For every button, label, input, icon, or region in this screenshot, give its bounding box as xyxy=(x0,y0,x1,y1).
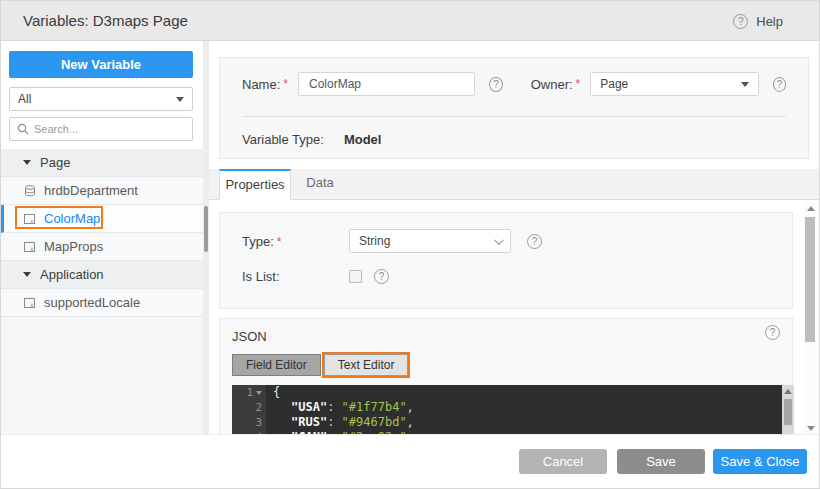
owner-dropdown[interactable]: Page xyxy=(590,72,758,96)
text-editor-button[interactable]: Text Editor xyxy=(324,354,409,376)
json-header: JSON ? xyxy=(220,319,792,345)
database-icon xyxy=(23,184,37,198)
tab-bar: Properties Data xyxy=(209,169,820,200)
code-line: 3 "RUS": "#9467bd", xyxy=(232,415,794,430)
line-number: 3 xyxy=(232,415,266,430)
type-label: Type:* xyxy=(242,234,349,249)
code-line: 1 { xyxy=(232,385,794,400)
name-input[interactable] xyxy=(298,72,475,96)
scroll-up-icon[interactable] xyxy=(807,206,815,211)
page-title: Variables: D3maps Page xyxy=(23,1,188,41)
svg-text:x: x xyxy=(30,216,34,223)
caret-down-icon xyxy=(741,82,749,87)
variables-dialog: Variables: D3maps Page ? Help New Variab… xyxy=(0,0,820,489)
tree-item-hrdbdepartment[interactable]: hrdbDepartment xyxy=(1,177,203,205)
tab-content: Type:* String ? Is List: ? JSON ? xyxy=(209,200,820,434)
caret-down-icon xyxy=(23,160,31,165)
filter-dropdown[interactable]: All xyxy=(9,87,193,111)
json-help-icon[interactable]: ? xyxy=(765,325,780,340)
new-variable-button[interactable]: New Variable xyxy=(9,51,193,78)
svg-text:x: x xyxy=(30,300,34,307)
help-label: Help xyxy=(756,14,783,29)
dialog-header: Variables: D3maps Page ? Help xyxy=(1,1,820,41)
is-list-help-icon[interactable]: ? xyxy=(374,269,389,284)
sidebar-filler xyxy=(1,317,203,434)
is-list-checkbox[interactable] xyxy=(349,270,362,283)
search-input[interactable] xyxy=(34,123,185,135)
cancel-button[interactable]: Cancel xyxy=(519,449,607,474)
variable-icon: x xyxy=(23,296,37,310)
owner-label: Owner: xyxy=(531,77,573,92)
variable-summary-card: Name:* ? Owner:* Page ? Variable Type: M… xyxy=(219,57,809,159)
owner-help-icon[interactable]: ? xyxy=(773,77,786,92)
editor-scrollbar-thumb[interactable] xyxy=(784,399,792,425)
tab-data[interactable]: Data xyxy=(291,169,349,200)
search-box xyxy=(9,117,193,141)
required-marker: * xyxy=(283,77,288,91)
json-code-editor[interactable]: 1 { 2 "USA": "#1f77b4", 3 "RUS": "#9467b… xyxy=(232,385,794,434)
tree-group-page[interactable]: Page xyxy=(1,149,203,177)
content-scrollbar-thumb[interactable] xyxy=(805,217,815,342)
scroll-up-icon[interactable] xyxy=(784,389,792,394)
save-button[interactable]: Save xyxy=(617,449,705,474)
variables-sidebar: New Variable All Page xyxy=(1,41,203,434)
caret-down-icon xyxy=(23,272,31,277)
code-line: 2 "USA": "#1f77b4", xyxy=(232,400,794,415)
name-owner-row: Name:* ? Owner:* Page ? xyxy=(220,58,808,96)
tree-item-colormap[interactable]: x ColorMap xyxy=(1,205,203,233)
line-number: 2 xyxy=(232,400,266,415)
editor-scrollbar[interactable] xyxy=(782,385,794,434)
required-marker: * xyxy=(277,235,282,249)
tree-item-supportedlocale[interactable]: x supportedLocale xyxy=(1,289,203,317)
sidebar-scrollbar-thumb[interactable] xyxy=(204,206,208,252)
name-label: Name: xyxy=(242,77,280,92)
type-dropdown-value: String xyxy=(359,234,494,248)
variable-type-row: Variable Type: Model xyxy=(220,117,808,147)
name-help-icon[interactable]: ? xyxy=(489,77,502,92)
search-icon xyxy=(17,123,29,135)
type-dropdown[interactable]: String xyxy=(349,229,511,253)
filter-dropdown-value: All xyxy=(18,92,176,106)
variable-type-label: Variable Type: xyxy=(242,132,324,147)
is-list-row: Is List: ? xyxy=(220,253,792,284)
owner-dropdown-value: Page xyxy=(600,77,740,91)
tree-item-mapprops[interactable]: x MapProps xyxy=(1,233,203,261)
variable-icon: x xyxy=(23,212,37,226)
tree-group-application[interactable]: Application xyxy=(1,261,203,289)
chevron-down-icon xyxy=(494,235,504,245)
caret-down-icon xyxy=(176,97,184,102)
dialog-footer: Cancel Save Save & Close xyxy=(1,434,820,489)
variable-detail-panel: Name:* ? Owner:* Page ? Variable Type: M… xyxy=(209,41,820,434)
editor-mode-toggle: Field Editor Text Editor xyxy=(232,354,792,376)
variable-type-value: Model xyxy=(344,132,382,147)
json-title: JSON xyxy=(232,329,267,344)
required-marker: * xyxy=(576,77,581,91)
type-properties-card: Type:* String ? Is List: ? xyxy=(219,212,793,309)
type-help-icon[interactable]: ? xyxy=(527,234,542,249)
field-editor-button[interactable]: Field Editor xyxy=(232,354,321,376)
is-list-label: Is List: xyxy=(242,269,349,284)
help-button[interactable]: ? Help xyxy=(733,1,783,41)
code-fold-icon[interactable] xyxy=(256,391,262,395)
tab-properties[interactable]: Properties xyxy=(219,169,291,200)
content-scrollbar[interactable] xyxy=(804,203,817,434)
line-number: 1 xyxy=(232,385,266,400)
svg-text:x: x xyxy=(30,244,34,251)
help-icon: ? xyxy=(733,14,748,29)
type-row: Type:* String ? xyxy=(220,213,792,253)
scroll-down-icon[interactable] xyxy=(807,426,815,431)
variables-tree: Page hrdbDepartment x xyxy=(1,149,203,317)
variable-icon: x xyxy=(23,240,37,254)
json-section-card: JSON ? Field Editor Text Editor 1 { 2 "U… xyxy=(219,318,793,434)
save-and-close-button[interactable]: Save & Close xyxy=(713,449,807,474)
